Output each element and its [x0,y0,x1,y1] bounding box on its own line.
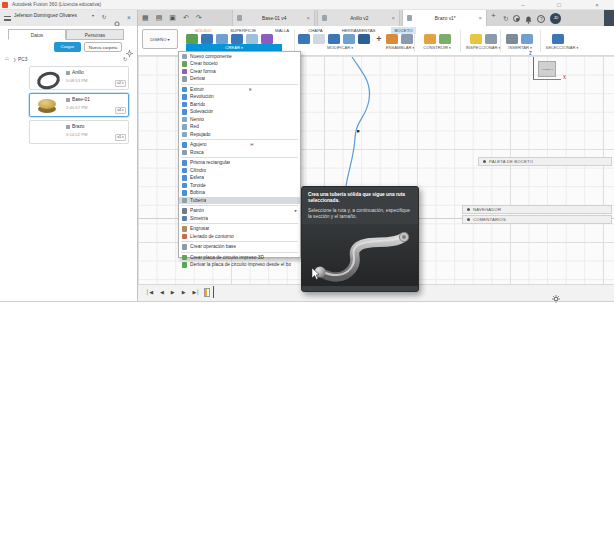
breadcrumb[interactable]: PC3 [18,57,27,62]
move-copy-icon[interactable]: + [373,34,385,44]
menu-item[interactable]: Extruir E [179,86,300,94]
timeline-end-button[interactable]: ▶│ [193,289,200,296]
refresh-icon[interactable]: ↻ [102,13,107,22]
menu-item[interactable]: Crear placa de circuito impreso 3D [179,254,300,262]
user-menu-icon[interactable] [4,16,11,21]
menu-item[interactable]: Cilindro [179,167,300,175]
document-tab[interactable]: Anillo v2 × [317,10,400,26]
redo-icon[interactable]: ↷ [196,12,202,24]
canvas-icon[interactable] [521,34,533,44]
timeline-begin-button[interactable]: │◀ [146,289,153,296]
tab-close-icon[interactable]: × [478,15,482,21]
maximize-button[interactable]: □ [554,1,564,9]
press-pull-icon[interactable] [298,34,310,44]
document-tab-active[interactable]: Brazo v1* × [402,10,487,26]
combine-icon[interactable] [343,34,355,44]
form-icon[interactable] [261,34,273,44]
data-panel-toggle-icon[interactable]: ▦ [142,12,149,24]
sketch-palette-bar[interactable]: PALETA DE BOCETO [478,157,612,166]
panel-refresh-icon[interactable]: ↻ [123,56,128,62]
menu-item[interactable]: Red [179,123,300,131]
select-icon[interactable] [552,34,564,44]
timeline-gear-icon[interactable] [552,289,560,307]
joint-icon[interactable] [401,34,413,44]
job-status-sync-icon[interactable]: ↻ [503,13,508,24]
file-card[interactable]: Anillo 5:08:53 PM v2 [29,66,129,90]
insert-mesh-icon[interactable] [506,34,518,44]
avatar[interactable]: JD [550,13,561,24]
menu-item[interactable]: Bobina [179,189,300,197]
panel-tab-datos[interactable]: Datos [8,29,66,40]
menu-item[interactable]: Llenado de contorno [179,233,300,241]
menu-item[interactable]: Rosca [179,149,300,157]
insert-group-label[interactable]: INSERTAR [500,44,540,51]
navigator-bar[interactable]: NAVEGADOR [462,205,612,214]
viewcube[interactable]: FRONTAL [538,61,556,77]
menu-item[interactable]: Nuevo componente [179,53,300,61]
file-card[interactable]: Base-01 2:40:57 PM v4 [29,93,129,117]
panel-close-icon[interactable]: × [127,13,131,22]
help-icon[interactable]: ? [537,15,545,23]
extrude-icon[interactable] [201,34,213,44]
upload-button[interactable]: Cargar [54,42,81,52]
select-group-label[interactable]: SELECCIONAR [538,44,586,51]
file-card[interactable]: Brazo 5:14:02 PM v1 [29,120,129,144]
new-folder-button[interactable]: Nueva carpeta [84,42,122,52]
menu-item[interactable]: Agujero H [179,141,300,149]
new-tab-button[interactable]: + [491,11,496,20]
version-badge[interactable]: v4 [115,107,126,114]
create-sketch-icon[interactable] [186,34,198,44]
menu-item[interactable]: Engrosar [179,225,300,233]
extensions-icon[interactable] [513,15,520,22]
menu-item[interactable]: Revolución [179,93,300,101]
menu-item[interactable]: Patrón ▸ [179,207,300,215]
menu-item[interactable]: Derivar la placa de circuito impreso des… [179,261,300,269]
close-button[interactable]: × [592,1,602,9]
menu-item[interactable]: Nervio [179,116,300,124]
version-badge[interactable]: v2 [115,80,126,87]
construction-plane-icon[interactable] [424,34,436,44]
workspace-dropdown[interactable]: DISEÑO ▾ [142,29,178,49]
timeline-marker[interactable] [204,288,210,297]
construct-group-label[interactable]: CONSTRUIR [416,44,458,51]
user-name[interactable]: Jeferson Dominguez Olivares [14,13,77,18]
menu-item[interactable]: Prisma rectangular [179,159,300,167]
tab-close-icon[interactable]: × [391,15,395,21]
menu-item[interactable]: Barrido [179,101,300,109]
undo-icon[interactable]: ↶ [183,12,189,24]
ribbon-env-tab[interactable]: MALLA [272,27,292,34]
timeline-step-back-button[interactable]: ◀ [160,289,164,296]
menu-item[interactable]: Toroide [179,182,300,190]
comments-bar[interactable]: COMENTARIOS [462,215,612,224]
section-analysis-icon[interactable] [485,34,497,44]
sweep-icon[interactable] [231,34,243,44]
offset-plane-icon[interactable] [439,34,451,44]
home-icon[interactable]: ⌂ [5,55,9,61]
measure-icon[interactable] [470,34,482,44]
fillet-icon[interactable] [313,34,325,44]
revolve-icon[interactable] [216,34,228,44]
menu-item[interactable]: Simetría [179,215,300,223]
notifications-bell-icon[interactable] [525,10,532,28]
modify-group-label[interactable]: MODIFICAR [288,44,392,51]
create-group-label[interactable]: CREAR [186,44,282,51]
minimize-button[interactable]: – [518,1,528,9]
save-icon[interactable]: ▣ [169,12,176,24]
timeline-position-cursor[interactable] [213,286,214,298]
new-component-icon[interactable] [386,34,398,44]
menu-item[interactable]: Crear operación base [179,243,300,251]
document-tab[interactable]: Base-01 v4 × [232,10,315,26]
menu-item[interactable]: Repujado [179,131,300,139]
tab-close-icon[interactable]: × [306,15,310,21]
version-badge[interactable]: v1 [115,134,126,141]
menu-item[interactable]: Solevación [179,108,300,116]
menu-item[interactable]: Crear forma [179,68,300,76]
menu-item[interactable]: Crear boceto [179,60,300,68]
panel-tab-personas[interactable]: Personas [66,29,124,40]
shell-icon[interactable] [328,34,340,44]
file-menu-icon[interactable]: ▤ [156,12,163,24]
offset-face-icon[interactable] [358,34,370,44]
menu-item[interactable]: Tubería [179,197,300,205]
menu-item[interactable]: Esfera [179,174,300,182]
loft-icon[interactable] [246,34,258,44]
